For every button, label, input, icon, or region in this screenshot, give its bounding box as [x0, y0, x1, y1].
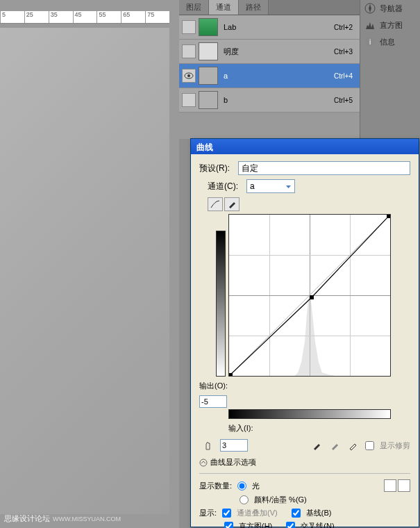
chk-overlay-label: 通道叠加(V) [237, 508, 278, 518]
channel-row-lightness[interactable]: 明度 Ctrl+3 [179, 40, 360, 64]
input-gradient [228, 409, 391, 419]
navigator-panel-button[interactable]: 导航器 [360, 0, 420, 17]
channel-thumb [199, 42, 218, 60]
output-gradient [216, 231, 226, 377]
visibility-toggle[interactable] [182, 20, 196, 34]
display-options-header[interactable]: 曲线显示选项 [210, 457, 256, 468]
channel-name: a [224, 72, 334, 80]
panel-group: 图层 通道 路径 Lab Ctrl+2 明度 Ctrl+3 a Ctrl+4 [179, 0, 420, 139]
chk-crosshair[interactable] [286, 522, 295, 528]
tab-paths[interactable]: 路径 [239, 0, 269, 15]
channel-row-b[interactable]: b Ctrl+5 [179, 88, 360, 113]
show-clip-label: 显示修剪 [380, 440, 410, 451]
chk-overlay[interactable] [222, 509, 231, 518]
input-value-input[interactable] [220, 439, 248, 452]
chevron-down-icon [285, 183, 292, 190]
preset-label: 预设(R): [199, 163, 238, 174]
quantity-label: 显示数量: [199, 481, 232, 491]
compass-icon [364, 3, 376, 14]
show-clip-checkbox[interactable] [365, 441, 374, 450]
channels-list: Lab Ctrl+2 明度 Ctrl+3 a Ctrl+4 b Ctrl+5 [179, 15, 360, 113]
channel-row-lab[interactable]: Lab Ctrl+2 [179, 15, 360, 40]
channel-select[interactable]: a [246, 179, 295, 193]
chk-crosshair-label: 交叉线(N) [301, 521, 334, 528]
radio-pigment[interactable] [240, 495, 249, 504]
watermark: 思缘设计论坛WWW.MISSYUAN.COM [4, 513, 121, 524]
eyedropper-icon [312, 440, 322, 450]
visibility-toggle[interactable] [182, 93, 196, 107]
preset-select[interactable] [238, 161, 410, 175]
channel-shortcut: Ctrl+4 [334, 72, 353, 80]
channel-thumb [199, 67, 218, 85]
curves-dialog: 曲线 预设(R): 通道(C): a [190, 138, 419, 527]
sidebar-label: 信息 [380, 37, 395, 47]
visibility-toggle[interactable] [182, 44, 196, 58]
chk-baseline[interactable] [292, 509, 301, 518]
chk-histogram-label: 直方图(H) [239, 521, 272, 528]
channel-shortcut: Ctrl+3 [334, 48, 353, 56]
eyedropper-icon [348, 440, 358, 450]
radio-pigment-label: 颜料/油墨 %(G) [254, 495, 307, 505]
grid-small-button[interactable] [384, 479, 396, 492]
channel-thumb [199, 18, 218, 36]
horizontal-ruler: 5253545556575 [0, 11, 169, 24]
svg-rect-9 [229, 373, 233, 376]
show-label: 显示: [199, 508, 217, 518]
svg-line-6 [229, 297, 312, 376]
sidebar-label: 导航器 [380, 3, 403, 14]
info-panel-button[interactable]: i 信息 [360, 33, 420, 50]
chk-histogram[interactable] [224, 522, 233, 528]
dialog-titlebar[interactable]: 曲线 [191, 139, 419, 154]
output-value-input[interactable] [199, 395, 227, 408]
document-image[interactable] [0, 28, 169, 514]
eyedropper-gray[interactable] [329, 439, 342, 452]
hand-tool[interactable] [202, 439, 215, 452]
collapse-icon[interactable] [199, 459, 208, 467]
visibility-toggle[interactable] [182, 69, 196, 83]
curve-icon [210, 200, 220, 208]
channel-name: b [224, 96, 334, 104]
svg-line-7 [312, 215, 390, 297]
channel-label: 通道(C): [208, 181, 246, 192]
grid-large-button[interactable] [398, 479, 410, 492]
eyedropper-white[interactable] [347, 439, 360, 452]
svg-rect-10 [387, 215, 390, 218]
eye-icon [184, 72, 194, 79]
curve-line [229, 215, 390, 376]
histogram-panel-button[interactable]: 直方图 [360, 17, 420, 33]
canvas-area: 5253545556575 思缘设计论坛WWW.MISSYUAN.COM [0, 0, 179, 528]
svg-point-1 [187, 74, 190, 77]
chk-baseline-label: 基线(B) [306, 508, 332, 518]
output-label: 输出(O): [199, 381, 228, 391]
right-sidebar: 导航器 直方图 i 信息 [360, 0, 420, 139]
curve-tool-point[interactable] [208, 197, 223, 211]
channel-name: Lab [224, 23, 334, 31]
sidebar-label: 直方图 [380, 20, 403, 31]
histogram-icon [364, 19, 376, 31]
info-icon: i [364, 36, 376, 47]
curve-tool-draw[interactable] [224, 197, 240, 211]
channel-row-a[interactable]: a Ctrl+4 [179, 64, 360, 88]
eyedropper-icon [330, 440, 340, 450]
tab-layers[interactable]: 图层 [179, 0, 209, 15]
radio-light[interactable] [237, 481, 246, 490]
svg-text:i: i [369, 38, 371, 46]
channel-shortcut: Ctrl+2 [334, 24, 353, 31]
curve-graph[interactable] [228, 214, 391, 377]
hand-icon [203, 440, 214, 451]
pencil-icon [228, 200, 236, 208]
eyedropper-black[interactable] [311, 439, 324, 452]
input-label: 输入(I): [228, 423, 253, 434]
radio-light-label: 光 [252, 481, 260, 491]
tab-channels[interactable]: 通道 [209, 0, 239, 15]
svg-rect-8 [310, 295, 314, 299]
svg-point-11 [200, 459, 207, 466]
channel-shortcut: Ctrl+5 [334, 97, 353, 104]
channel-thumb [199, 91, 218, 109]
channel-name: 明度 [224, 47, 334, 57]
